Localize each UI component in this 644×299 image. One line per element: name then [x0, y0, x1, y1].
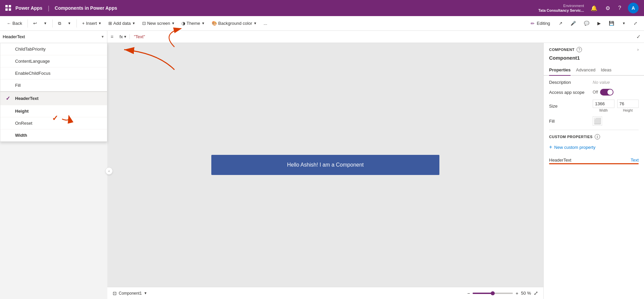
component-info-icon[interactable]: ?: [577, 47, 582, 52]
add-data-button[interactable]: ⊞ Add data ▼: [106, 19, 138, 27]
undo-dropdown-button[interactable]: ▼: [41, 20, 50, 26]
fill-row: Fill ⬜: [549, 116, 639, 126]
back-button[interactable]: ← Back: [4, 19, 25, 27]
dropdown-item-height[interactable]: Height: [0, 105, 107, 117]
add-data-icon: ⊞: [108, 21, 112, 26]
background-color-label: Background color: [218, 21, 252, 26]
canvas-area: Hello Ashish! I am a Component ⊡ Compone…: [107, 43, 543, 299]
description-label: Description: [549, 80, 593, 85]
comment-button[interactable]: 💬: [581, 19, 592, 27]
app-grid-icon[interactable]: [5, 5, 11, 11]
avatar[interactable]: A: [628, 3, 639, 13]
tab-advanced[interactable]: Advanced: [576, 65, 595, 76]
dropdown-item-width[interactable]: Width: [0, 129, 107, 141]
fit-screen-button[interactable]: ⤢: [534, 290, 538, 296]
expand-icon: ⤢: [634, 21, 637, 26]
access-scope-toggle[interactable]: [600, 89, 613, 96]
property-dropdown: ChildTabPriority ContentLanguage EnableC…: [0, 43, 107, 142]
width-input[interactable]: [593, 100, 614, 108]
toolbar-sep-1: [28, 19, 28, 27]
component-banner[interactable]: Hello Ashish! I am a Component: [211, 155, 439, 175]
component-icon: ⊡: [113, 291, 117, 296]
notification-button[interactable]: 🔔: [589, 4, 599, 13]
dropdown-item-enablechildfocus[interactable]: EnableChildFocus: [0, 67, 107, 79]
undo-icon: ↩: [33, 21, 37, 26]
more-icon: ...: [264, 21, 267, 26]
custom-prop-headertext[interactable]: HeaderText Text: [549, 156, 639, 166]
zoom-thumb: [491, 291, 495, 295]
dropdown-item-onreset[interactable]: OnReset: [0, 117, 107, 129]
custom-prop-name: HeaderText: [549, 158, 571, 163]
copy-dropdown-button[interactable]: ▼: [65, 20, 74, 26]
save-dropdown-button[interactable]: ▼: [620, 20, 628, 26]
bg-color-icon: 🎨: [212, 21, 217, 26]
expand-button[interactable]: ⤢: [631, 19, 640, 27]
background-color-button[interactable]: 🎨 Background color ▼: [209, 19, 260, 27]
more-button[interactable]: ...: [261, 19, 270, 27]
item-label: ContentLanguage: [15, 59, 50, 64]
formula-selector[interactable]: HeaderText ▼: [0, 31, 107, 43]
undo-button[interactable]: ↩: [31, 19, 40, 27]
checkmark-selected-icon: ✓: [6, 95, 12, 102]
toolbar-sep-2: [52, 19, 53, 27]
toolbar: ← Back ↩ ▼ ⧉ ▼ + Insert ▼ ⊞ Add data ▼ ⊡…: [0, 16, 644, 31]
zoom-percent-label: 50 %: [521, 291, 531, 296]
dropdown-item-contentlanguage[interactable]: ContentLanguage: [0, 55, 107, 67]
toolbar-sep-3: [76, 19, 77, 27]
access-scope-off-label: Off: [593, 90, 598, 95]
theme-label: Theme: [186, 21, 200, 26]
help-button[interactable]: ?: [617, 4, 623, 12]
toggle-thumb: [607, 89, 613, 95]
copy-button[interactable]: ⧉: [55, 19, 64, 27]
custom-prop-type: Text: [631, 158, 639, 163]
size-inputs: Width Height: [593, 100, 639, 112]
formula-confirm-button[interactable]: ✓: [633, 34, 644, 40]
right-panel: COMPONENT ? › Component1 Properties Adva…: [543, 43, 644, 299]
dropdown-item-fill[interactable]: Fill: [0, 79, 107, 92]
new-custom-property-button[interactable]: + New custom property: [549, 143, 639, 152]
tab-properties[interactable]: Properties: [549, 65, 571, 76]
editing-button[interactable]: ✏ Editing: [527, 19, 553, 27]
back-label: Back: [12, 21, 22, 26]
tab-advanced-label: Advanced: [576, 67, 595, 72]
save-chevron-icon: ▼: [622, 21, 626, 25]
mic-button[interactable]: 🎤: [568, 19, 579, 27]
height-field: Height: [617, 100, 639, 112]
save-button[interactable]: 💾: [606, 19, 617, 27]
fx-label: fx: [119, 34, 123, 39]
formula-value: "Text": [134, 34, 145, 39]
tab-ideas-label: Ideas: [601, 67, 611, 72]
fill-icon: ⬜: [594, 117, 601, 125]
new-custom-property-label: New custom property: [554, 145, 595, 150]
zoom-in-button[interactable]: +: [516, 291, 518, 296]
panel-collapse-button[interactable]: ›: [637, 47, 639, 52]
fx-button[interactable]: fx ▼: [117, 34, 130, 39]
height-input[interactable]: [617, 100, 639, 108]
new-screen-button[interactable]: ⊡ New screen ▼: [140, 19, 178, 27]
canvas-content: Hello Ashish! I am a Component: [107, 43, 543, 287]
panel-tabs: Properties Advanced Ideas: [544, 65, 644, 76]
collapse-panel-button[interactable]: ‹: [105, 167, 113, 175]
theme-button[interactable]: ◑ Theme ▼: [179, 19, 207, 27]
custom-props-info-icon[interactable]: i: [595, 134, 600, 139]
dropdown-item-childtabpriority[interactable]: ChildTabPriority: [0, 43, 107, 55]
fill-swatch[interactable]: ⬜: [593, 116, 602, 126]
formula-input-area: "Text": [130, 34, 633, 39]
component-tab[interactable]: ⊡ Component1 ▼: [113, 291, 147, 296]
run-button[interactable]: ▶: [595, 19, 603, 27]
new-screen-icon: ⊡: [142, 21, 146, 26]
settings-button[interactable]: ⚙: [604, 4, 611, 13]
zoom-slider[interactable]: [473, 293, 513, 294]
tab-ideas[interactable]: Ideas: [601, 65, 611, 76]
share-button[interactable]: ↗: [556, 19, 565, 27]
panel-header: COMPONENT ? ›: [544, 43, 644, 54]
zoom-out-button[interactable]: −: [467, 291, 470, 296]
item-label: EnableChildFocus: [15, 71, 51, 76]
canvas-bottom-bar: ⊡ Component1 ▼ − + 50 % ⤢: [107, 287, 543, 299]
formula-selector-input[interactable]: HeaderText: [3, 34, 104, 39]
dropdown-item-headertext[interactable]: ✓ HeaderText: [0, 92, 107, 105]
item-label: Height: [15, 109, 29, 114]
item-label: Fill: [15, 83, 21, 88]
insert-button[interactable]: + Insert ▼: [79, 19, 104, 27]
size-row: Size Width Height: [549, 100, 639, 112]
